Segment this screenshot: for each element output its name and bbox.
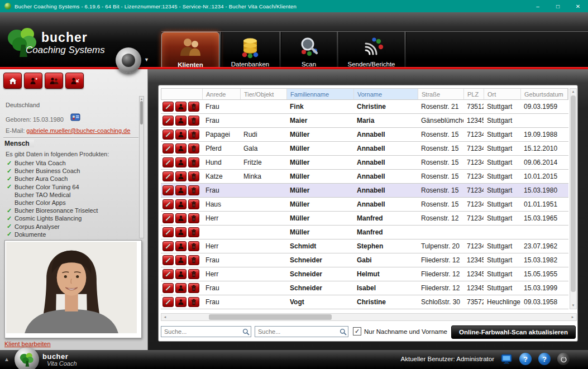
- table-row[interactable]: MüllerManfred: [161, 226, 568, 239]
- table-row[interactable]: HerrMüllerManfredRosenstr. 1271234Stuttg…: [161, 212, 568, 226]
- online-farbwahl-scan-button[interactable]: Online-Farbwahl-Scan aktualisieren: [451, 325, 576, 339]
- table-row[interactable]: FrauFinkChristineRosenstr. 2173512Stuttg…: [161, 100, 568, 114]
- edit-pencil-icon[interactable]: [162, 255, 174, 265]
- delete-trash-icon[interactable]: [188, 143, 199, 154]
- delete-trash-icon[interactable]: [188, 283, 199, 293]
- search-icon[interactable]: [338, 328, 348, 336]
- client-person-icon[interactable]: [175, 185, 187, 195]
- scrollbar-track[interactable]: [169, 314, 569, 320]
- client-person-icon[interactable]: [175, 143, 187, 154]
- client-person-icon[interactable]: [175, 297, 187, 307]
- scrollbar-thumb[interactable]: [140, 101, 143, 124]
- edit-client-link[interactable]: Klient bearbeiten: [4, 341, 51, 347]
- power-icon[interactable]: [557, 353, 570, 365]
- edit-pencil-icon[interactable]: [162, 297, 174, 307]
- edit-pencil-icon[interactable]: [162, 213, 174, 223]
- scroll-up-icon[interactable]: ▲: [572, 89, 575, 95]
- table-row[interactable]: HausMüllerAnnabellRosenstr. 1571234Stutt…: [161, 198, 568, 212]
- edit-pencil-icon[interactable]: [162, 143, 174, 154]
- scrollbar-thumb[interactable]: [571, 95, 576, 292]
- edit-pencil-icon[interactable]: [162, 102, 174, 112]
- client-person-icon[interactable]: [175, 255, 187, 265]
- export-client-button[interactable]: [65, 73, 84, 89]
- table-row[interactable]: FrauMaierMariaGänseblümchenst12345Stuttg…: [161, 114, 568, 128]
- table-row[interactable]: FrauSchneiderIsabelFliederstr. 1212345St…: [161, 281, 568, 295]
- table-row[interactable]: FrauSchneiderGabiFliederstr. 1212345Stut…: [161, 253, 568, 267]
- client-person-icon[interactable]: [175, 269, 187, 279]
- delete-trash-icon[interactable]: [188, 116, 199, 126]
- delete-trash-icon[interactable]: [188, 102, 199, 112]
- client-person-icon[interactable]: [175, 102, 187, 112]
- scroll-up-icon[interactable]: ▲: [140, 97, 143, 101]
- table-row[interactable]: PapageiRudiMüllerAnnabellRosenstr. 15712…: [161, 128, 568, 142]
- table-row[interactable]: HerrSchmidtStephenTulpenstr. 2071234Stut…: [161, 239, 568, 253]
- contact-card-icon[interactable]: [70, 113, 80, 124]
- delete-trash-icon[interactable]: [188, 213, 199, 223]
- delete-trash-icon[interactable]: [188, 269, 199, 279]
- names-only-checkbox[interactable]: ✓: [353, 327, 361, 336]
- delete-trash-icon[interactable]: [188, 227, 199, 237]
- edit-pencil-icon[interactable]: [162, 157, 174, 167]
- client-person-icon[interactable]: [175, 283, 187, 293]
- scroll-left-icon[interactable]: ◄: [161, 315, 169, 319]
- client-person-icon[interactable]: [175, 199, 187, 209]
- delete-trash-icon[interactable]: [188, 199, 199, 209]
- table-row[interactable]: FrauMüllerAnnabellRosenstr. 1571234Stutt…: [161, 184, 568, 198]
- delete-trash-icon[interactable]: [188, 185, 199, 195]
- sidebar-scrollbar[interactable]: ▲: [139, 96, 144, 238]
- support-icon[interactable]: ?: [538, 353, 551, 365]
- col-vorname[interactable]: Vorname: [354, 89, 418, 99]
- maximize-button[interactable]: □: [548, 0, 568, 12]
- scroll-right-icon[interactable]: ►: [569, 315, 576, 319]
- delete-trash-icon[interactable]: [188, 297, 199, 307]
- client-person-icon[interactable]: [175, 213, 187, 223]
- delete-trash-icon[interactable]: [188, 157, 199, 167]
- close-button[interactable]: ✕: [568, 0, 588, 12]
- profile-sphere-button[interactable]: [116, 47, 141, 73]
- email-link[interactable]: gabriele.mueller@bucher-coaching.de: [26, 127, 130, 134]
- delete-trash-icon[interactable]: [188, 241, 199, 251]
- table-row[interactable]: HerrSchneiderHelmutFliederstr. 1212345St…: [161, 267, 568, 281]
- col-plz[interactable]: PLZ: [464, 89, 484, 99]
- screen-share-icon[interactable]: [500, 353, 513, 365]
- home-button[interactable]: [3, 73, 22, 89]
- col-anrede[interactable]: Anrede: [203, 89, 241, 99]
- collapse-arrow-icon[interactable]: ▲: [4, 356, 9, 362]
- edit-pencil-icon[interactable]: [162, 130, 174, 140]
- col-ort[interactable]: Ort: [484, 89, 521, 99]
- edit-pencil-icon[interactable]: [162, 227, 174, 237]
- table-row[interactable]: FrauVogtChristineSchloßstr. 3073572Heuch…: [161, 295, 568, 309]
- scrollbar-thumb[interactable]: [209, 314, 332, 320]
- scroll-down-icon[interactable]: ▼: [572, 303, 575, 309]
- delete-trash-icon[interactable]: [188, 130, 199, 140]
- col-familienname[interactable]: Familienname: [287, 89, 354, 99]
- edit-pencil-icon[interactable]: [162, 269, 174, 279]
- edit-pencil-icon[interactable]: [162, 283, 174, 293]
- client-person-icon[interactable]: [175, 116, 187, 126]
- add-client-button[interactable]: [24, 73, 42, 89]
- table-horizontal-scrollbar[interactable]: ◄ ►: [161, 313, 577, 321]
- delete-trash-icon[interactable]: [188, 171, 199, 181]
- edit-pencil-icon[interactable]: [162, 116, 174, 126]
- client-person-icon[interactable]: [175, 157, 187, 167]
- col-tier-objekt[interactable]: Tier/Objekt: [241, 89, 287, 99]
- col-strasse[interactable]: Straße: [418, 89, 464, 99]
- edit-pencil-icon[interactable]: [162, 199, 174, 209]
- delete-trash-icon[interactable]: [188, 255, 199, 265]
- col-geburtsdatum[interactable]: Geburtsdatum: [521, 89, 568, 99]
- search-icon[interactable]: [241, 328, 251, 336]
- edit-pencil-icon[interactable]: [162, 171, 174, 181]
- edit-pencil-icon[interactable]: [162, 241, 174, 251]
- client-group-button[interactable]: [45, 73, 63, 89]
- edit-pencil-icon[interactable]: [162, 185, 174, 195]
- client-person-icon[interactable]: [175, 171, 187, 181]
- chevron-down-icon[interactable]: ▼: [144, 57, 149, 63]
- minimize-button[interactable]: –: [528, 0, 548, 12]
- table-vertical-scrollbar[interactable]: ▲ ▼: [570, 88, 577, 309]
- table-row[interactable]: KatzeMinkaMüllerAnnabellRosenstr. 157123…: [161, 170, 568, 184]
- table-row[interactable]: PferdGalaMüllerAnnabellRosenstr. 1571234…: [161, 142, 568, 156]
- search-input-1[interactable]: [161, 328, 241, 336]
- table-row[interactable]: HundFritzleMüllerAnnabellRosenstr. 15712…: [161, 156, 568, 170]
- client-person-icon[interactable]: [175, 241, 187, 251]
- help-icon[interactable]: ?: [519, 353, 532, 365]
